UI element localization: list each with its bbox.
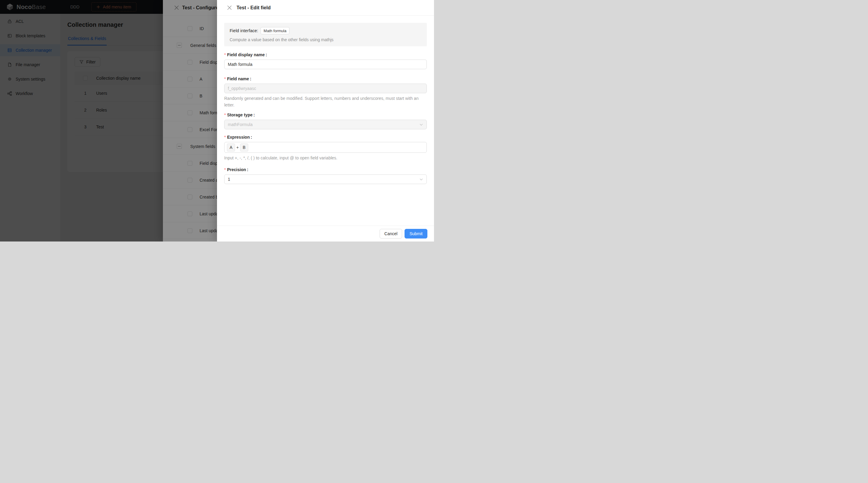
- field-name-helper-text: Randomly generated and can be modified. …: [224, 95, 427, 108]
- form-item-field-display-name: *Field display name Math formula: [224, 52, 427, 69]
- form-item-expression: *Expression A + B Input +, -, *, /, ( ) …: [224, 135, 427, 161]
- expression-token-a[interactable]: A: [227, 143, 235, 151]
- expression-input[interactable]: A + B: [224, 142, 427, 153]
- field-name-input: f_opp6wryaasc: [224, 84, 427, 93]
- edit-drawer-body: Field interface: Math formula Compute a …: [217, 16, 434, 226]
- field-interface-box: Field interface: Math formula Compute a …: [224, 23, 427, 46]
- required-asterisk: *: [224, 112, 226, 117]
- precision-label: Precision: [227, 167, 248, 172]
- edit-drawer-footer: Cancel Submit: [217, 226, 434, 242]
- required-asterisk: *: [224, 52, 226, 57]
- field-display-name-input[interactable]: Math formula: [224, 60, 427, 69]
- storage-type-value: mathFormula: [228, 122, 252, 127]
- form-item-storage-type: *Storage type mathFormula: [224, 112, 427, 129]
- edit-drawer-header: Test - Edit field: [217, 0, 434, 16]
- form-item-precision: *Precision 1: [224, 167, 427, 184]
- form-item-field-name: *Field name f_opp6wryaasc Randomly gener…: [224, 76, 427, 108]
- required-asterisk: *: [224, 167, 226, 172]
- chevron-down-icon: [420, 178, 423, 180]
- submit-button[interactable]: Submit: [405, 229, 427, 238]
- expression-label: Expression: [227, 135, 252, 140]
- expression-token-b[interactable]: B: [240, 143, 248, 151]
- precision-value: 1: [228, 177, 230, 182]
- expression-helper-text: Input +, -, *, /, ( ) to calculate, inpu…: [224, 154, 427, 161]
- precision-select[interactable]: 1: [224, 174, 427, 184]
- storage-type-select: mathFormula: [224, 120, 427, 129]
- close-icon[interactable]: [227, 5, 232, 10]
- edit-drawer-title: Test - Edit field: [237, 5, 271, 10]
- field-interface-description: Compute a value based on the other field…: [229, 37, 422, 42]
- required-asterisk: *: [224, 135, 226, 140]
- required-asterisk: *: [224, 76, 226, 81]
- expression-operator: +: [236, 145, 239, 150]
- field-interface-tag: Math formula: [260, 27, 289, 34]
- field-display-name-label: Field display name: [227, 52, 267, 57]
- storage-type-label: Storage type: [227, 112, 254, 117]
- cancel-button[interactable]: Cancel: [380, 229, 402, 238]
- field-interface-label: Field interface:: [229, 28, 258, 33]
- field-name-label: Field name: [227, 76, 251, 81]
- chevron-down-icon: [420, 123, 423, 126]
- app-window: NocoBase DDD Add menu item ACLBlock temp…: [0, 0, 434, 242]
- edit-field-drawer: Test - Edit field Field interface: Math …: [217, 0, 434, 242]
